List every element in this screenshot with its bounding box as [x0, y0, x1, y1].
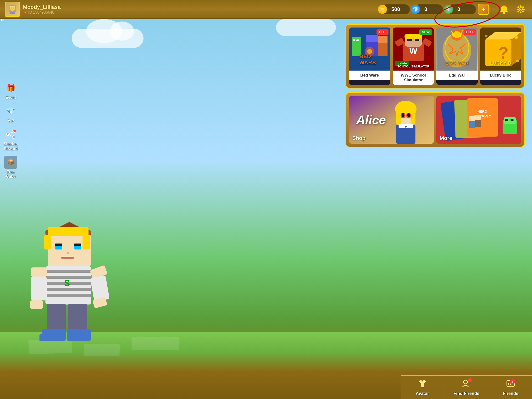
svg-point-26 — [13, 130, 16, 132]
sidebar-item-event[interactable]: 🎁 Event — [4, 81, 17, 100]
share-network-icon — [6, 129, 16, 139]
sharing-reward-icon — [4, 128, 17, 141]
coins-pill[interactable]: 🪙 500 — [381, 4, 410, 14]
avatar-nav-label: Avatar — [416, 391, 429, 396]
svg-rect-127 — [510, 384, 511, 385]
svg-rect-49 — [90, 275, 110, 302]
settings-icon — [516, 5, 526, 14]
friends-notification: 1 — [510, 379, 515, 384]
shields-pill[interactable]: 🛡️ 0 — [447, 4, 476, 14]
svg-rect-60 — [353, 39, 355, 41]
gems-pill[interactable]: 💎 0 — [414, 4, 443, 14]
svg-rect-56 — [39, 334, 47, 341]
shop-card[interactable]: Alice Shop — [349, 96, 434, 144]
bottom-nav: Avatar • Find Friends — [401, 375, 532, 399]
top-right-icons — [498, 3, 527, 16]
game-card-wwe[interactable]: W update NEW SCHOOL SIMULATOR WWE School… — [393, 27, 434, 85]
notification-icon — [499, 5, 509, 14]
svg-point-118 — [464, 380, 467, 384]
svg-rect-14 — [520, 12, 521, 13]
svg-rect-40 — [45, 270, 91, 273]
egg-war-label: Egg War — [436, 70, 478, 80]
svg-rect-35 — [61, 257, 74, 259]
game-card-bed-wars[interactable]: BED WARS HOT Bed Wars — [349, 27, 390, 85]
lucky-block-thumb: ? LUCKY B — [480, 27, 521, 70]
svg-rect-34 — [67, 252, 69, 254]
sidebar-item-vip[interactable]: 💎 VIP — [4, 105, 17, 123]
location-icon — [23, 10, 27, 15]
username: Moody_Lilliasa — [23, 4, 61, 10]
currency-area: 🪙 500 💎 0 🛡️ 0 + — [377, 4, 489, 15]
nav-avatar[interactable]: Avatar — [401, 375, 444, 399]
svg-rect-123 — [508, 383, 509, 384]
main-panel: BED WARS HOT Bed Wars — [345, 24, 525, 147]
svg-text:$: $ — [64, 278, 70, 288]
wwe-thumb: W update NEW SCHOOL SIMULATOR — [393, 27, 434, 70]
sidebar-item-sharing-label: SharingReward — [4, 142, 18, 151]
svg-text:?: ? — [498, 44, 509, 62]
svg-rect-13 — [520, 5, 521, 7]
more-card[interactable]: HERO TYCOON 2 More — [436, 96, 521, 144]
svg-rect-53 — [68, 304, 87, 330]
games-grid-container: BED WARS HOT Bed Wars — [345, 24, 525, 89]
coin-icon: 🪙 — [378, 5, 387, 14]
svg-rect-47 — [31, 277, 47, 300]
svg-text:HERO: HERO — [477, 110, 487, 113]
nav-find-friends[interactable]: • Find Friends — [444, 375, 489, 399]
svg-rect-16 — [523, 9, 525, 10]
nav-friends[interactable]: 1 Friends — [489, 375, 532, 399]
game-card-lucky-block[interactable]: ? LUCKY B Lucky Bloc — [480, 27, 521, 85]
add-currency-button[interactable]: + — [478, 4, 489, 15]
svg-rect-33 — [74, 244, 81, 246]
svg-point-9 — [503, 12, 505, 14]
wwe-title-text: SCHOOL SIMULATOR — [397, 65, 429, 68]
friends-icon-wrap: 1 — [506, 379, 515, 390]
user-avatar-icon: 😊 — [6, 3, 19, 16]
svg-rect-110 — [469, 120, 475, 128]
svg-point-99 — [402, 113, 405, 117]
svg-rect-117 — [511, 119, 513, 121]
find-friends-nav-icon: • — [462, 379, 471, 390]
alice-text: Alice — [356, 113, 386, 127]
svg-rect-73 — [405, 34, 422, 39]
sidebar-item-free-cube-label: FreeCube — [6, 170, 16, 179]
sidebar-item-sharing-reward[interactable]: SharingReward — [4, 128, 18, 151]
svg-rect-55 — [67, 329, 91, 341]
svg-rect-44 — [45, 294, 91, 297]
game-card-egg-war[interactable]: EGG WAR HOT Egg War — [436, 27, 478, 85]
find-friends-icon-wrap: • — [462, 379, 471, 390]
svg-rect-65 — [378, 36, 387, 43]
lucky-block-title-text: LUCKY B — [490, 60, 511, 66]
avatar-box[interactable]: 😊 — [5, 2, 20, 17]
bed-wars-thumb: BED WARS HOT — [349, 27, 390, 70]
svg-rect-20 — [522, 10, 524, 13]
svg-text:😊: 😊 — [11, 7, 14, 10]
find-friends-notification: • — [468, 378, 472, 382]
player-character[interactable]: $ — [14, 198, 129, 351]
svg-rect-61 — [356, 39, 359, 41]
shirt-icon — [418, 379, 427, 388]
free-cube-icon: AD 📦 — [4, 156, 17, 169]
svg-text:W: W — [409, 46, 418, 56]
friends-nav-icon: 1 — [506, 379, 515, 390]
bed-wars-label: Bed Wars — [349, 70, 390, 80]
svg-point-100 — [407, 113, 410, 117]
egg-war-badge: HOT — [464, 29, 476, 35]
more-label: More — [440, 135, 452, 141]
svg-rect-4 — [10, 12, 15, 14]
svg-rect-96 — [411, 110, 416, 125]
cloud-2 — [276, 19, 336, 36]
svg-rect-52 — [47, 304, 66, 330]
avatar-nav-icon — [418, 379, 427, 390]
svg-rect-116 — [505, 119, 508, 121]
svg-rect-112 — [475, 119, 481, 127]
bed-wars-title-text: BED WARS — [359, 53, 380, 66]
settings-button[interactable] — [514, 3, 527, 16]
svg-point-90 — [485, 35, 488, 37]
svg-rect-37 — [82, 235, 90, 249]
svg-rect-38 — [48, 227, 89, 236]
find-friends-nav-label: Find Friends — [454, 391, 479, 396]
notification-button[interactable] — [498, 3, 510, 16]
sidebar-item-free-cube[interactable]: AD 📦 FreeCube — [4, 156, 17, 179]
svg-point-12 — [520, 9, 521, 10]
